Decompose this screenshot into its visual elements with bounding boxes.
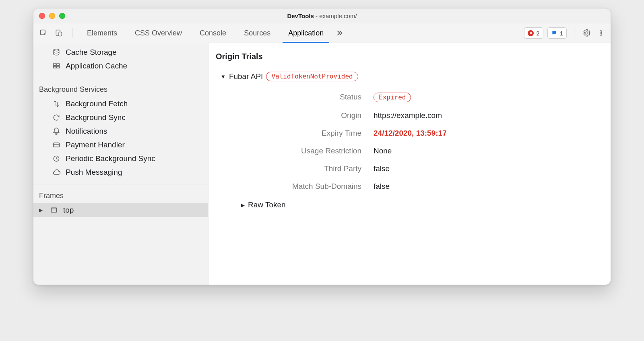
sidebar-item-background-sync[interactable]: Background Sync [33,111,208,124]
sidebar-item-periodic-background-sync[interactable]: Periodic Background Sync [33,152,208,165]
frame-icon [50,206,58,215]
database-icon [52,48,61,57]
window-minimize-button[interactable] [49,13,55,19]
svg-point-3 [601,30,602,31]
overflow-tabs-icon[interactable] [332,23,349,43]
tab-sources[interactable]: Sources [235,23,279,43]
sidebar-item-label: Cache Storage [66,48,117,57]
window-title: DevTools - example.com/ [33,12,611,19]
sidebar-item-payment-handler[interactable]: Payment Handler [33,138,208,152]
kebab-menu-icon[interactable] [596,28,607,38]
sync-icon [52,113,61,122]
sidebar-item-label: Background Fetch [66,99,128,108]
bell-icon [52,127,61,136]
settings-gear-icon[interactable] [582,28,592,38]
value-usage-restriction: None [374,147,611,155]
devtools-window: DevTools - example.com/ Elements CSS Ove… [33,8,611,285]
cloud-icon [52,168,61,177]
svg-rect-9 [54,66,56,68]
card-icon [52,141,61,149]
label-origin: Origin [249,111,361,120]
tab-console[interactable]: Console [191,23,235,43]
toolbar-divider [72,28,72,38]
title-bar: DevTools - example.com/ [33,8,611,23]
origin-trial-badge: ValidTokenNotProvided [266,72,358,81]
group-title-background-services: Background Services [33,81,208,97]
collapse-caret-icon[interactable]: ▼ [221,74,226,80]
window-maximize-button[interactable] [59,13,65,19]
svg-point-5 [601,35,602,36]
grid-icon [52,62,61,70]
sidebar-item-notifications[interactable]: Notifications [33,124,208,138]
issues-icon [551,30,557,36]
svg-rect-13 [51,208,56,212]
toolbar: Elements CSS Overview Console Sources Ap… [33,23,611,43]
svg-point-6 [54,49,59,51]
origin-trial-header[interactable]: ▼ Fubar API ValidTokenNotProvided [221,72,611,81]
tab-css-overview[interactable]: CSS Overview [126,23,191,43]
expand-caret-icon[interactable]: ▶ [241,202,245,208]
toolbar-divider-right [574,28,574,38]
label-usage-restriction: Usage Restriction [249,147,361,155]
svg-rect-11 [54,143,60,147]
issues-count: 1 [560,30,563,37]
toolbar-left [38,23,76,43]
sidebar-item-cache-storage[interactable]: Cache Storage [33,45,208,59]
expand-caret-icon[interactable]: ▶ [39,207,43,213]
origin-trial-details: Status Expired Origin https://example.co… [221,81,611,198]
window-title-app: DevTools [287,12,314,19]
toolbar-right: ✕ 2 1 [524,23,607,43]
error-count: 2 [536,30,539,37]
sidebar-item-background-fetch[interactable]: Background Fetch [33,97,208,111]
value-third-party: false [374,164,611,173]
inspect-element-icon[interactable] [38,28,49,38]
background-services-group: Background Services Background Fetch Bac… [33,78,208,184]
panel-body: Cache Storage Application Cache Backgrou… [33,43,611,285]
sidebar-item-label: top [63,206,74,215]
label-expiry-time: Expiry Time [249,129,361,138]
clock-icon [52,154,61,163]
value-status: Expired [374,93,611,102]
label-third-party: Third Party [249,164,361,173]
panel-tabs: Elements CSS Overview Console Sources Ap… [78,23,522,43]
updown-arrows-icon [52,99,61,108]
sidebar-item-label: Push Messaging [66,168,122,177]
device-toolbar-icon[interactable] [54,28,64,38]
sidebar-item-label: Notifications [66,127,107,136]
cache-group: Cache Storage Application Cache [33,43,208,78]
value-match-sub-domains: false [374,182,611,191]
sidebar-item-frame-top[interactable]: ▶ top [33,203,208,217]
sidebar-item-label: Application Cache [66,62,127,70]
sidebar-item-label: Background Sync [66,113,126,122]
svg-rect-10 [57,66,60,68]
group-title-frames: Frames [33,187,208,203]
origin-trial-entry: ▼ Fubar API ValidTokenNotProvided Status… [208,68,611,209]
sidebar-item-push-messaging[interactable]: Push Messaging [33,165,208,179]
section-title-origin-trials: Origin Trials [208,50,611,68]
svg-point-4 [601,32,602,33]
sidebar-item-label: Payment Handler [66,141,125,149]
frames-group: Frames ▶ top [33,184,208,217]
issues-badge[interactable]: 1 [547,27,567,39]
sidebar-item-label: Periodic Background Sync [66,154,155,163]
label-status: Status [249,93,361,102]
window-close-button[interactable] [39,13,45,19]
error-icon: ✕ [528,30,534,36]
tab-application[interactable]: Application [279,23,332,43]
window-title-location: example.com/ [319,12,357,19]
svg-rect-8 [57,64,60,65]
application-sidebar: Cache Storage Application Cache Backgrou… [33,43,208,285]
raw-token-header[interactable]: ▶ Raw Token [221,198,611,209]
sidebar-item-application-cache[interactable]: Application Cache [33,59,208,73]
svg-rect-2 [59,32,62,36]
window-controls [39,13,65,19]
main-content: Origin Trials ▼ Fubar API ValidTokenNotP… [208,43,611,285]
value-expiry-time: 24/12/2020, 13:59:17 [374,129,611,138]
raw-token-label: Raw Token [248,200,286,209]
svg-rect-7 [54,64,56,65]
errors-badge[interactable]: ✕ 2 [524,27,543,39]
label-match-sub-domains: Match Sub-Domains [249,182,361,191]
tab-elements[interactable]: Elements [78,23,126,43]
origin-trial-name: Fubar API [229,72,263,81]
value-origin: https://example.com [374,111,611,120]
